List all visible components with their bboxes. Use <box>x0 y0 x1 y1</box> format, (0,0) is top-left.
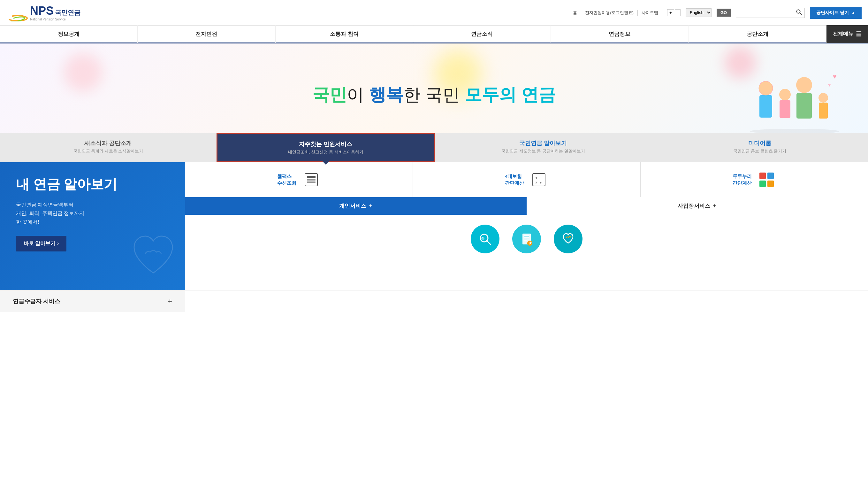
home-link[interactable]: 홈 <box>573 10 581 16</box>
search-circle-icon <box>477 231 493 247</box>
circle-heart <box>554 225 583 253</box>
nav-item-gongdan[interactable]: 공단소개 <box>689 25 827 43</box>
hero-highlight-teal: 모두의 연금 <box>465 85 556 104</box>
electronic-link[interactable]: 전자민원이용(로그인필요) <box>581 10 638 16</box>
logo-nps-text: NPS <box>30 4 54 18</box>
service-fax[interactable]: 웹팩스 수신조회 <box>185 162 413 197</box>
icons-grid: ★ <box>185 215 868 290</box>
service-fax-label: 웹팩스 수신조회 <box>277 173 297 186</box>
tab-pension-info-title: 국민연금 알아보기 <box>440 139 646 147</box>
family-svg: ♥ ♥ <box>747 69 842 133</box>
search-icon <box>796 9 802 15</box>
go-button[interactable]: GO <box>717 9 731 17</box>
search-area <box>736 8 805 18</box>
svg-rect-17 <box>307 176 315 178</box>
panel-know-btn[interactable]: 바로 알아보기 › <box>16 236 66 251</box>
svg-rect-14 <box>819 102 828 119</box>
tab-pension-info[interactable]: 국민연금 알아보기 국민연금 제도정보 등 공단이하는 일알아보기 <box>435 133 651 162</box>
top-bar-right: 홈 전자민원이용(로그인필요) 사이트맵 + - English 한국어 GO … <box>573 7 862 19</box>
all-menus-btn[interactable]: 전체메뉴 ☰ <box>827 25 868 43</box>
service-world-label: 두루누리 간단계산 <box>733 173 752 186</box>
service-calc-icon: + - × ÷ <box>529 170 548 189</box>
svg-rect-25 <box>760 173 766 179</box>
svg-point-13 <box>818 93 828 102</box>
doc-circle-icon: ★ <box>519 231 535 247</box>
right-panel: 웹팩스 수신조회 4대보험 간단계산 <box>185 162 868 290</box>
font-minus-btn[interactable]: - <box>675 9 681 16</box>
icon-grid-item-1[interactable] <box>471 225 499 280</box>
nav-item-jeongbo[interactable]: 정보공개 <box>0 25 137 43</box>
icon-grid-item-2[interactable]: ★ <box>512 225 541 280</box>
service-world[interactable]: 두루누리 간단계산 <box>641 162 868 197</box>
service-tab-personal[interactable]: 개인서비스 + <box>185 197 527 215</box>
icon-grid-item-3[interactable] <box>554 225 583 280</box>
bottom-section: 연금수급자 서비스 + <box>0 290 868 312</box>
nav-item-yeongeumjeong[interactable]: 연금정보 <box>551 25 688 43</box>
service-tabs: 개인서비스 + 사업장서비스 + <box>185 197 868 215</box>
svg-text:×: × <box>535 181 537 184</box>
world-icon <box>758 171 775 188</box>
svg-text:-: - <box>540 176 541 180</box>
service-tab-personal-label: 개인서비스 <box>339 202 366 210</box>
tab-services-sub: 내연금조회, 신고신청 등 서비스이용하기 <box>223 149 429 155</box>
left-panel: 내 연금 알아보기 국민연금 예상연금액부터 개인, 퇴직, 주택연금 정보까지… <box>0 162 185 290</box>
nav-item-yeongeumso[interactable]: 연금소식 <box>413 25 551 43</box>
service-calc[interactable]: 4대보험 간단계산 + - × ÷ <box>413 162 641 197</box>
logo-arc <box>6 4 29 22</box>
bottom-left-item[interactable]: 연금수급자 서비스 + <box>0 291 185 312</box>
hero-highlight-blue: 행복 <box>369 85 403 104</box>
search-input[interactable] <box>739 10 796 15</box>
svg-rect-19 <box>307 181 315 183</box>
svg-text:+: + <box>535 176 537 180</box>
svg-text:♥: ♥ <box>828 83 831 88</box>
language-select[interactable]: English 한국어 <box>686 8 712 17</box>
tab-media[interactable]: 미디어룸 국민연금 홍보 콘텐츠 즐기기 <box>651 133 868 162</box>
circle-doc: ★ <box>512 225 541 253</box>
font-controls: + - <box>667 9 681 16</box>
svg-point-9 <box>779 89 791 100</box>
font-plus-btn[interactable]: + <box>667 9 674 16</box>
tabs-section: 새소식과 공단소개 국민연금 통계와 새로운 소식알아보기 자주찾는 민원서비스… <box>0 133 868 162</box>
site-close-label: 공단사이트 닫기 <box>816 10 849 16</box>
search-button[interactable] <box>796 9 802 16</box>
service-tab-business[interactable]: 사업장서비스 + <box>527 197 868 215</box>
tab-pension-info-sub: 국민연금 제도정보 등 공단이하는 일알아보기 <box>440 148 646 154</box>
nav-item-sotong[interactable]: 소통과 참여 <box>276 25 413 43</box>
tab-news[interactable]: 새소식과 공단소개 국민연금 통계와 새로운 소식알아보기 <box>0 133 217 162</box>
svg-point-11 <box>796 77 812 93</box>
svg-rect-28 <box>767 181 774 187</box>
nav-item-jeonja[interactable]: 전자민원 <box>137 25 275 43</box>
nav-items: 정보공개 전자민원 소통과 참여 연금소식 연금정보 공단소개 <box>0 25 827 43</box>
panel-desc: 국민연금 예상연금액부터 개인, 퇴직, 주택연금 정보까지 한 곳에서! <box>16 200 169 227</box>
service-icons-row: 웹팩스 수신조회 4대보험 간단계산 <box>185 162 868 197</box>
logo-area: NPS 국민연금 National Pension Service <box>6 4 81 22</box>
hero-section: 국민이 행복한 국민 모두의 연금 ♥ ♥ <box>0 43 868 133</box>
hero-illustration: ♥ ♥ <box>747 69 842 133</box>
top-nav: 홈 전자민원이용(로그인필요) 사이트맵 <box>573 10 662 16</box>
logo[interactable]: NPS 국민연금 National Pension Service <box>6 4 81 22</box>
top-bar: NPS 국민연금 National Pension Service 홈 전자민원… <box>0 0 868 26</box>
svg-text:♥: ♥ <box>833 73 837 80</box>
tab-news-sub: 국민연금 통계와 새로운 소식알아보기 <box>5 148 211 154</box>
svg-text:÷: ÷ <box>540 181 541 184</box>
svg-rect-7 <box>760 95 772 118</box>
tab-news-title: 새소식과 공단소개 <box>5 139 211 147</box>
main-nav: 정보공개 전자민원 소통과 참여 연금소식 연금정보 공단소개 전체메뉴 ☰ <box>0 26 868 43</box>
svg-text:★: ★ <box>529 241 532 245</box>
svg-line-31 <box>487 241 491 244</box>
service-tab-personal-plus: + <box>369 203 372 209</box>
calc-icon: + - × ÷ <box>530 171 548 188</box>
svg-rect-12 <box>797 93 812 119</box>
site-close-button[interactable]: 공단사이트 닫기 ▲ <box>810 7 862 19</box>
bottom-plus-icon: + <box>168 297 172 306</box>
tab-media-title: 미디어룸 <box>657 139 863 147</box>
tab-media-sub: 국민연금 홍보 콘텐츠 즐기기 <box>657 148 863 154</box>
svg-point-2 <box>797 9 800 13</box>
tab-services[interactable]: 자주찾는 민원서비스 내연금조회, 신고신청 등 서비스이용하기 <box>217 133 435 162</box>
chevron-up-icon: ▲ <box>851 10 855 15</box>
sitemap-link[interactable]: 사이트맵 <box>638 10 662 16</box>
bottom-left-title: 연금수급자 서비스 <box>13 297 60 305</box>
service-calc-label: 4대보험 간단계산 <box>505 173 524 186</box>
circle-search <box>471 225 499 253</box>
service-world-icon <box>757 170 776 189</box>
